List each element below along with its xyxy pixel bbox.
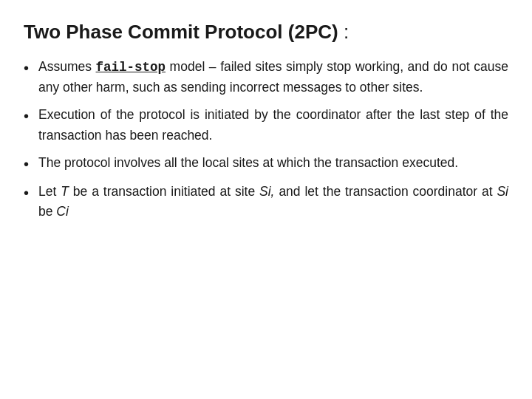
italic-Si-1: Si, <box>259 184 274 199</box>
bullet-item-1: • Assumes fail-stop model – failed sites… <box>24 57 508 98</box>
italic-T: T <box>61 184 69 199</box>
bullet-text-4: Let T be a transaction initiated at site… <box>38 182 508 222</box>
bullet-dot-1: • <box>24 58 31 78</box>
bullet-text-1: Assumes fail-stop model – failed sites s… <box>38 57 508 98</box>
bullet-item-3: • The protocol involves all the local si… <box>24 153 508 174</box>
bullet-item-4: • Let T be a transaction initiated at si… <box>24 182 508 222</box>
slide-container: Two Phase Commit Protocol (2PC) : • Assu… <box>0 0 532 399</box>
slide-title: Two Phase Commit Protocol (2PC) : <box>24 21 508 44</box>
bullet-dot-4: • <box>24 183 31 203</box>
italic-Ci: Ci <box>56 204 69 219</box>
fail-stop-text: fail-stop <box>96 60 166 75</box>
bullet-item-2: • Execution of the protocol is initiated… <box>24 105 508 145</box>
bullet-text-3: The protocol involves all the local site… <box>38 153 508 173</box>
title-colon: : <box>338 21 349 43</box>
italic-Si-2: Si <box>497 184 508 199</box>
title-text: Two Phase Commit Protocol (2PC) <box>24 21 338 43</box>
bullet-dot-2: • <box>24 106 31 126</box>
bullet-dot-3: • <box>24 154 31 174</box>
bullet-list: • Assumes fail-stop model – failed sites… <box>24 57 508 229</box>
bullet-text-2: Execution of the protocol is initiated b… <box>38 105 508 145</box>
